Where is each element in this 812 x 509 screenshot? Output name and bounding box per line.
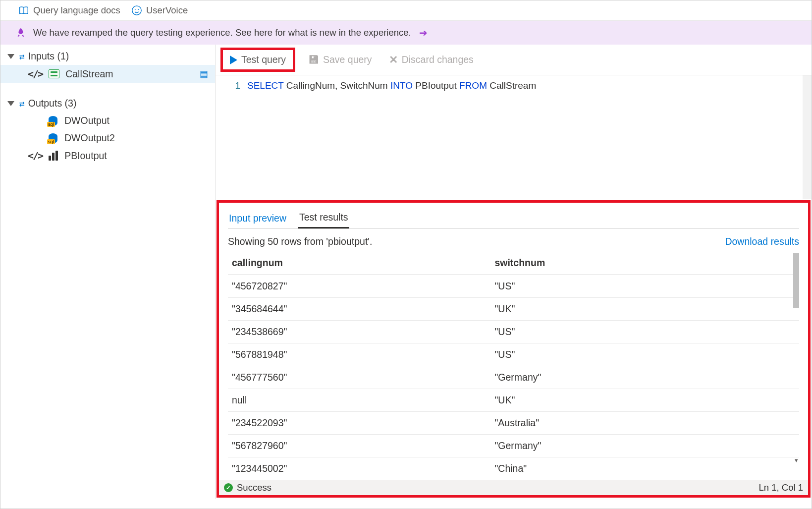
outputs-group-icon: ⇄	[19, 98, 24, 109]
cell-switchnum: "UK"	[490, 389, 799, 412]
caret-down-icon	[7, 54, 14, 59]
result-summary-text: Showing 50 rows from 'pbioutput'.	[228, 236, 372, 247]
cell-callingnum: "345684644"	[228, 298, 490, 321]
cell-callingnum: "567827960"	[228, 435, 490, 457]
sidebar-item-callstream[interactable]: </> CallStream ▤	[0, 65, 215, 83]
table-row[interactable]: "234522093""Australia"	[228, 412, 799, 435]
cell-switchnum: "US"	[490, 343, 799, 366]
inputs-heading-label: Inputs (1)	[28, 51, 69, 62]
results-table-container[interactable]: callingnum switchnum "456720827""US" "34…	[228, 251, 799, 480]
code-icon: </>	[28, 150, 43, 162]
query-toolbar: Test query 💾︎ Save query ✕ Discard chang…	[216, 45, 812, 75]
cell-callingnum: "234538669"	[228, 321, 490, 343]
cell-switchnum: "Germany"	[490, 435, 799, 457]
table-row[interactable]: "567881948""US"	[228, 343, 799, 366]
cell-switchnum: "US"	[490, 275, 799, 298]
table-row[interactable]: "567827960""Germany"	[228, 435, 799, 457]
code-line[interactable]: SELECT CallingNum, SwitchNum INTO PBIout…	[247, 77, 536, 199]
sidebar-item-pbioutput[interactable]: </> PBIoutput	[0, 147, 215, 165]
book-icon	[18, 5, 29, 16]
tab-test-results[interactable]: Test results	[298, 208, 349, 228]
column-header-switchnum[interactable]: switchnum	[490, 251, 799, 275]
banner-text: We have revamped the query testing exper…	[33, 27, 411, 38]
table-header-row: callingnum switchnum	[228, 251, 799, 275]
test-query-label: Test query	[241, 54, 286, 65]
save-query-button[interactable]: 💾︎ Save query	[304, 51, 376, 69]
cell-switchnum: "Germany"	[490, 366, 799, 389]
sidebar-item-label: DWOutput2	[64, 132, 115, 144]
top-link-bar: Query language docs UserVoice	[0, 0, 812, 21]
sidebar-item-dwoutput2[interactable]: DWOutput2	[0, 129, 215, 147]
docs-link-label: Query language docs	[33, 5, 120, 16]
info-banner: We have revamped the query testing exper…	[0, 21, 812, 45]
save-icon: 💾︎	[308, 54, 319, 66]
cell-switchnum: "US"	[490, 321, 799, 343]
column-header-callingnum[interactable]: callingnum	[228, 251, 490, 275]
svg-point-0	[132, 6, 141, 15]
sidebar-item-label: PBIoutput	[64, 150, 107, 162]
caret-down-icon	[7, 101, 14, 106]
success-icon: ✓	[224, 483, 233, 492]
query-language-docs-link[interactable]: Query language docs	[18, 5, 120, 16]
status-bar: ✓ Success Ln 1, Col 1	[219, 480, 808, 495]
sidebar-item-label: DWOutput	[64, 115, 109, 126]
tab-input-preview[interactable]: Input preview	[228, 209, 287, 228]
svg-point-1	[135, 9, 136, 10]
cell-switchnum: "UK"	[490, 298, 799, 321]
stream-icon	[49, 69, 59, 78]
outputs-group-header[interactable]: ⇄ Outputs (3)	[0, 95, 215, 112]
table-row[interactable]: null"UK"	[228, 389, 799, 412]
test-query-highlight-box: Test query	[220, 48, 295, 72]
svg-point-2	[138, 9, 139, 10]
result-meta-row: Showing 50 rows from 'pbioutput'. Downlo…	[219, 229, 808, 251]
table-row[interactable]: "123445002""China"	[228, 457, 799, 480]
table-row[interactable]: "345684644""UK"	[228, 298, 799, 321]
edit-icon[interactable]: ▤	[200, 68, 208, 79]
table-row[interactable]: "456720827""US"	[228, 275, 799, 298]
results-highlight-box: Input preview Test results Showing 50 ro…	[217, 200, 811, 498]
discard-changes-label: Discard changes	[402, 54, 474, 65]
right-pane: Test query 💾︎ Save query ✕ Discard chang…	[216, 45, 812, 499]
results-table: callingnum switchnum "456720827""US" "34…	[228, 251, 799, 480]
code-icon: </>	[28, 68, 43, 80]
results-scrollbar[interactable]	[793, 253, 799, 308]
cell-callingnum: "456777560"	[228, 366, 490, 389]
inputs-group-header[interactable]: ⇄ Inputs (1)	[0, 48, 215, 65]
download-results-link[interactable]: Download results	[725, 236, 799, 247]
save-query-label: Save query	[323, 54, 372, 65]
sql-db-icon	[48, 133, 58, 144]
cell-switchnum: "China"	[490, 457, 799, 480]
rocket-icon	[15, 27, 26, 38]
table-row[interactable]: "234538669""US"	[228, 321, 799, 343]
status-text: Success	[237, 482, 271, 493]
powerbi-icon	[49, 151, 58, 161]
play-icon	[230, 56, 237, 64]
result-tabs: Input preview Test results	[219, 203, 808, 228]
inputs-group-icon: ⇄	[19, 51, 24, 61]
close-icon: ✕	[389, 54, 398, 66]
sql-db-icon	[48, 115, 58, 126]
sidebar-item-label: CallStream	[65, 68, 113, 80]
editor-gutter: 1	[216, 77, 247, 199]
line-number: 1	[235, 80, 240, 91]
cell-callingnum: "123445002"	[228, 457, 490, 480]
discard-changes-button[interactable]: ✕ Discard changes	[385, 51, 478, 69]
table-row[interactable]: "456777560""Germany"	[228, 366, 799, 389]
uservoice-link[interactable]: UserVoice	[131, 5, 188, 16]
cell-callingnum: "456720827"	[228, 275, 490, 298]
sidebar-item-dwoutput[interactable]: DWOutput	[0, 112, 215, 129]
uservoice-link-label: UserVoice	[146, 5, 188, 16]
cell-callingnum: "234522093"	[228, 412, 490, 435]
banner-arrow-icon[interactable]: ➔	[419, 28, 428, 38]
outputs-heading-label: Outputs (3)	[28, 98, 77, 109]
cursor-position-label: Ln 1, Col 1	[759, 482, 803, 493]
cell-callingnum: "567881948"	[228, 343, 490, 366]
query-editor[interactable]: 1 SELECT CallingNum, SwitchNum INTO PBIo…	[216, 75, 812, 199]
test-query-button[interactable]: Test query	[226, 51, 290, 68]
cell-switchnum: "Australia"	[490, 412, 799, 435]
scroll-down-arrow-icon[interactable]: ▾	[795, 456, 798, 464]
cell-callingnum: null	[228, 389, 490, 412]
smile-icon	[131, 5, 142, 16]
sidebar: ⇄ Inputs (1) </> CallStream ▤ ⇄ Outputs …	[0, 45, 216, 499]
editor-scrollbar[interactable]	[803, 75, 812, 199]
